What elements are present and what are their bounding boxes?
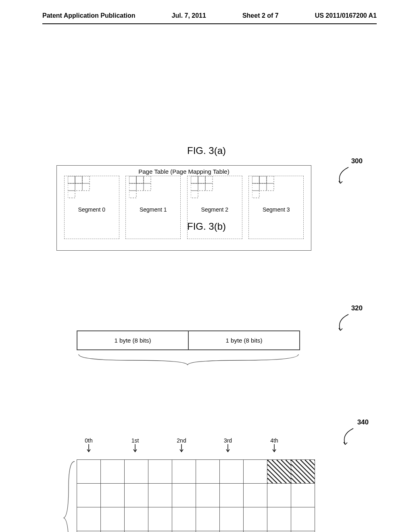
svg-rect-26	[267, 183, 274, 191]
segment-3: Segment 3	[248, 176, 304, 239]
ordinal-1: 1st	[123, 437, 147, 453]
reference-numeral-300: 300	[351, 157, 363, 165]
grid-table-340	[77, 459, 315, 532]
svg-rect-3	[68, 183, 75, 191]
figure-3b: 1 byte (8 bits) 1 byte (8 bits)	[77, 330, 315, 370]
hatched-cell	[267, 460, 291, 484]
leader-curve-340	[337, 426, 357, 451]
svg-rect-4	[75, 183, 82, 191]
byte-cell-1: 1 byte (8 bits)	[189, 331, 299, 349]
segment-1: Segment 1	[125, 176, 181, 239]
svg-rect-1	[75, 176, 82, 183]
header-right: US 2011/0167200 A1	[315, 12, 377, 19]
svg-rect-14	[191, 176, 198, 183]
leader-curve-320	[332, 312, 353, 337]
svg-rect-15	[198, 176, 205, 183]
svg-rect-18	[198, 183, 205, 191]
hatched-cell	[291, 460, 315, 484]
svg-rect-25	[259, 183, 267, 191]
ordinal-text: 4th	[270, 437, 278, 444]
page-header: Patent Application Publication Jul. 7, 2…	[0, 0, 413, 23]
page-table-title: Page Table (Page Mapping Table)	[57, 166, 311, 175]
byte-row: 1 byte (8 bits) 1 byte (8 bits)	[77, 330, 300, 350]
svg-rect-17	[191, 183, 198, 191]
svg-rect-0	[68, 176, 75, 183]
segment-label: Segment 3	[249, 206, 303, 213]
reference-numeral-320: 320	[351, 304, 363, 312]
reference-numeral-340: 340	[357, 418, 369, 426]
svg-rect-19	[205, 183, 213, 191]
ordinal-4: 4th	[262, 437, 286, 453]
down-arrow-icon	[225, 444, 230, 453]
svg-rect-8	[136, 176, 144, 183]
svg-rect-10	[129, 183, 136, 191]
ordinal-labels-row: 0th 1st 2nd 3rd 4th	[65, 437, 339, 459]
header-sheet: Sheet 2 of 7	[242, 12, 279, 19]
down-arrow-icon	[179, 444, 184, 453]
figure-3a: Page Table (Page Mapping Table)	[56, 165, 319, 251]
figure-3c: 0th 1st 2nd 3rd 4th	[65, 437, 339, 532]
header-left: Patent Application Publication	[42, 12, 136, 19]
ordinal-0: 0th	[77, 437, 101, 453]
figure-3a-caption: FIG. 3(a)	[0, 145, 413, 156]
svg-rect-11	[136, 183, 144, 191]
segment-grid-icon	[252, 176, 280, 200]
down-arrow-icon	[272, 444, 277, 453]
svg-rect-5	[82, 183, 90, 191]
segment-2: Segment 2	[187, 176, 242, 239]
ordinal-3: 3rd	[216, 437, 240, 453]
svg-rect-21	[252, 176, 259, 183]
header-rule	[42, 23, 377, 24]
ordinal-text: 2nd	[177, 437, 186, 444]
segment-label: Segment 2	[188, 206, 242, 213]
svg-rect-7	[129, 176, 136, 183]
svg-rect-6	[68, 191, 75, 198]
segment-label: Segment 1	[126, 206, 180, 213]
figure-content: 300 Page Table (Page Mapping Table)	[0, 145, 413, 232]
table-row	[77, 460, 315, 484]
table-row	[77, 484, 315, 507]
segment-grid-icon	[68, 176, 96, 200]
leader-curve-300	[332, 165, 353, 189]
segment-grid-icon	[191, 176, 219, 200]
ordinal-text: 0th	[85, 437, 92, 444]
byte-cell-0: 1 byte (8 bits)	[77, 331, 189, 349]
left-brace-icon	[63, 459, 77, 532]
table-row	[77, 507, 315, 531]
ordinal-text: 1st	[131, 437, 139, 444]
header-mid: Jul. 7, 2011	[172, 12, 206, 19]
down-arrow-icon	[86, 444, 91, 453]
segment-label: Segment 0	[65, 206, 119, 213]
svg-rect-22	[259, 176, 267, 183]
page-table-box: Page Table (Page Mapping Table)	[56, 165, 311, 251]
svg-rect-20	[191, 191, 198, 198]
svg-rect-24	[252, 183, 259, 191]
svg-rect-13	[129, 191, 136, 198]
segment-0: Segment 0	[64, 176, 119, 239]
segment-grid-icon	[129, 176, 157, 200]
down-arrow-icon	[133, 444, 138, 453]
segments-row: Segment 0	[57, 176, 311, 239]
svg-rect-9	[144, 176, 151, 183]
ordinal-2: 2nd	[169, 437, 194, 453]
underbrace-icon	[77, 352, 302, 368]
svg-rect-2	[82, 176, 90, 183]
svg-rect-12	[144, 183, 151, 191]
svg-rect-23	[267, 176, 274, 183]
svg-rect-16	[205, 176, 213, 183]
ordinal-text: 3rd	[224, 437, 232, 444]
svg-rect-27	[252, 191, 259, 198]
